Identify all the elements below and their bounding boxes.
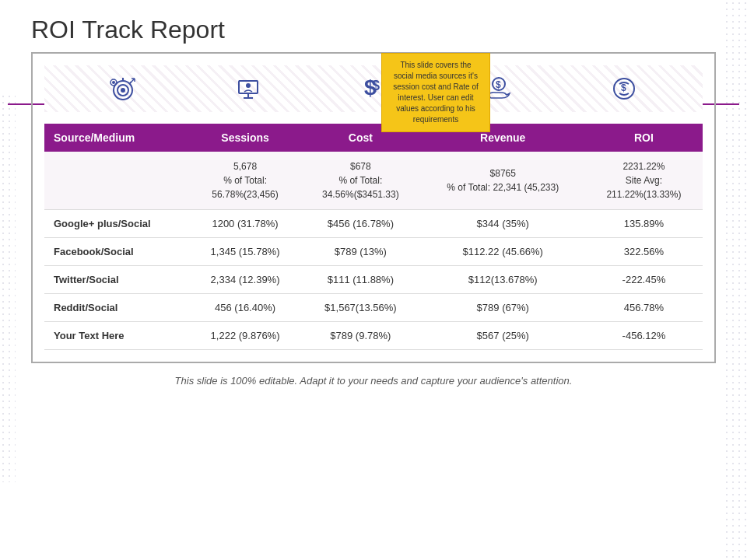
col-header-sessions: Sessions <box>190 124 300 152</box>
presentation-icon <box>233 73 264 104</box>
svg-point-9 <box>112 81 115 84</box>
dot-pattern-right <box>724 0 747 560</box>
cell-roi-2: 322.56% <box>585 238 703 266</box>
cell-roi-3: -222.45% <box>585 266 703 294</box>
col-header-source: Source/Medium <box>44 124 190 152</box>
target-icon-wrapper <box>103 69 142 108</box>
table-row: Facebook/Social1,345 (15.78%)$789 (13%)$… <box>44 238 703 266</box>
cell-cost-3: $111 (11.88%) <box>300 266 420 294</box>
cell-source-3: Twitter/Social <box>44 266 190 294</box>
cell-cost-4: $1,567(13.56%) <box>300 294 420 322</box>
cell-revenue-4: $789 (67%) <box>421 294 585 322</box>
col-header-roi: ROI <box>585 124 703 152</box>
cell-source-4: Reddit/Social <box>44 294 190 322</box>
svg-text:$: $ <box>372 78 380 93</box>
roi-table: Source/Medium Sessions Cost Revenue ROI … <box>44 124 703 350</box>
roi-icon-wrapper: $ <box>605 69 644 108</box>
cell-sessions-0: 5,678 % of Total: 56.78%(23,456) <box>190 152 300 210</box>
table-row: 5,678 % of Total: 56.78%(23,456)$678 % o… <box>44 152 703 210</box>
table-row: Your Text Here1,222 (9.876%)$789 (9.78%)… <box>44 322 703 350</box>
cell-sessions-4: 456 (16.40%) <box>190 294 300 322</box>
target-icon <box>107 73 139 104</box>
cell-revenue-3: $112(13.678%) <box>421 266 585 294</box>
table-row: Twitter/Social2,334 (12.39%)$111 (11.88%… <box>44 266 703 294</box>
cell-cost-0: $678 % of Total: 34.56%($3451.33) <box>300 152 420 210</box>
cell-cost-2: $789 (13%) <box>300 238 420 266</box>
cell-source-0 <box>44 152 190 210</box>
svg-point-2 <box>121 88 125 93</box>
cell-revenue-5: $567 (25%) <box>421 322 585 350</box>
bottom-text: This slide is 100% editable. Adapt it to… <box>23 375 724 387</box>
cell-sessions-1: 1200 (31.78%) <box>190 210 300 238</box>
cell-cost-5: $789 (9.78%) <box>300 322 420 350</box>
cell-revenue-0: $8765 % of Total: 22,341 (45,233) <box>421 152 585 210</box>
cell-sessions-2: 1,345 (15.78%) <box>190 238 300 266</box>
cell-source-1: Google+ plus/Social <box>44 210 190 238</box>
cell-revenue-2: $112.22 (45.66%) <box>421 238 585 266</box>
tooltip-text: This slide covers the social media sourc… <box>393 61 479 124</box>
table-row: Google+ plus/Social1200 (31.78%)$456 (16… <box>44 210 703 238</box>
dot-pattern-left <box>0 93 16 482</box>
svg-point-13 <box>246 83 251 88</box>
table-row: Reddit/Social456 (16.40%)$1,567(13.56%)$… <box>44 294 703 322</box>
table-header-row: Source/Medium Sessions Cost Revenue ROI <box>44 124 703 152</box>
tooltip-box: This slide covers the social media sourc… <box>381 53 490 132</box>
cell-roi-1: 135.89% <box>585 210 703 238</box>
cell-source-2: Facebook/Social <box>44 238 190 266</box>
cell-roi-5: -456.12% <box>585 322 703 350</box>
cell-roi-0: 2231.22% Site Avg: 211.22%(13.33%) <box>585 152 703 210</box>
page-title: ROI Track Report <box>31 16 724 44</box>
svg-text:$: $ <box>496 79 501 90</box>
svg-line-4 <box>129 82 132 84</box>
svg-text:$: $ <box>621 82 626 93</box>
cell-cost-1: $456 (16.78%) <box>300 210 420 238</box>
cell-sessions-5: 1,222 (9.876%) <box>190 322 300 350</box>
page: ROI Track Report This slide covers the s… <box>0 0 747 560</box>
cell-source-5: Your Text Here <box>44 322 190 350</box>
presentation-icon-wrapper <box>229 69 268 108</box>
cell-sessions-3: 2,334 (12.39%) <box>190 266 300 294</box>
roi-icon: $ <box>608 73 640 104</box>
cell-roi-4: 456.78% <box>585 294 703 322</box>
cell-revenue-1: $344 (35%) <box>421 210 585 238</box>
icons-row: $ $ $ $ <box>44 65 703 112</box>
main-container: $ $ $ $ <box>31 52 716 363</box>
